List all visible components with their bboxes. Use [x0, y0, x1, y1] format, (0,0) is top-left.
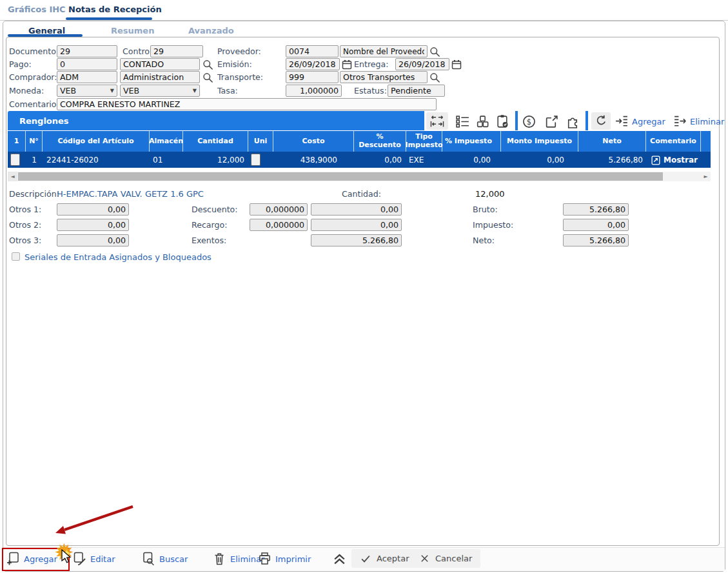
descuento-label: Descuento: — [192, 205, 238, 214]
row-select-checkbox[interactable] — [10, 154, 20, 166]
col-header-comentario[interactable]: Comentario — [646, 131, 701, 152]
packages-icon[interactable] — [475, 114, 490, 129]
col-header-uni[interactable]: Uni — [248, 131, 273, 152]
printer-icon — [258, 552, 271, 566]
cantidad-value: 12,000 — [475, 189, 505, 199]
tab-graficos-ihc[interactable]: Gráficos IHC — [8, 5, 66, 14]
col-header-tipo-impuesto[interactable]: Tipo Impuesto — [406, 131, 442, 152]
puzzle-icon[interactable] — [566, 114, 580, 129]
subtab-resumen[interactable]: Resumen — [111, 26, 154, 35]
collapse-toolbar-button[interactable] — [331, 552, 348, 567]
aceptar-button[interactable]: Aceptar — [351, 549, 417, 568]
documento-input[interactable] — [57, 45, 117, 57]
fit-columns-button[interactable] — [426, 112, 448, 130]
uni-checkbox[interactable] — [251, 154, 261, 166]
cantidad-label: Cantidad: — [342, 189, 381, 199]
transporte-name-input[interactable] — [340, 71, 428, 83]
impuesto-label: Impuesto: — [473, 220, 513, 230]
pago-code-input[interactable] — [57, 58, 117, 70]
comprador-code-input[interactable] — [57, 71, 117, 83]
refresh-button[interactable] — [591, 112, 611, 130]
estatus-input[interactable] — [388, 85, 445, 97]
transporte-search-icon[interactable] — [429, 72, 440, 83]
eliminar-button[interactable]: Eliminar — [213, 550, 264, 567]
comprador-name-input[interactable] — [120, 71, 200, 83]
subtab-avanzado[interactable]: Avanzado — [188, 26, 234, 35]
seriales-checkbox[interactable] — [12, 252, 20, 261]
moneda-name-select[interactable]: VEB ▼ — [120, 85, 200, 97]
table-row[interactable]: 1 22441-26020 01 12,000 438,9000 0,00 EX… — [8, 152, 711, 168]
otros1-label: Otros 1: — [9, 205, 41, 214]
otros2-input[interactable] — [57, 219, 129, 231]
cell-filler — [701, 152, 711, 168]
comentario-input[interactable] — [57, 98, 437, 110]
bruto-input[interactable] — [563, 203, 629, 216]
add-row-icon[interactable] — [615, 114, 629, 129]
proveedor-code-input[interactable] — [286, 45, 339, 57]
comprador-search-icon[interactable] — [202, 72, 213, 83]
col-header-monto-impuesto[interactable]: Monto Impuesto — [501, 131, 578, 152]
col-header-numero[interactable]: N° — [26, 131, 43, 152]
descuento-pct-input[interactable] — [250, 203, 308, 216]
exentos-input[interactable] — [311, 234, 402, 246]
entrega-date-input[interactable] — [395, 58, 449, 70]
scroll-thumb[interactable] — [18, 172, 663, 181]
col-header-neto[interactable]: Neto — [578, 131, 646, 152]
recargo-pct-input[interactable] — [250, 219, 308, 231]
grid-horizontal-scrollbar[interactable]: ◄ ► — [8, 172, 711, 181]
col-header-codigo[interactable]: Código del Artículo — [43, 131, 150, 152]
row-select-checkbox-cell[interactable] — [8, 152, 26, 168]
otros1-input[interactable] — [57, 203, 129, 216]
open-external-icon[interactable] — [544, 114, 559, 129]
neto-input[interactable] — [563, 234, 629, 246]
tasa-input[interactable] — [286, 85, 342, 97]
grid-agregar-label[interactable]: Agregar — [632, 117, 665, 126]
col-header-costo[interactable]: Costo — [273, 131, 354, 152]
proveedor-search-icon[interactable] — [429, 46, 440, 57]
imprimir-button[interactable]: Imprimir — [258, 550, 311, 567]
emision-label: Emisión: — [217, 59, 252, 69]
col-header-pct-impuesto[interactable]: % Impuesto — [442, 131, 501, 152]
exentos-label: Exentos: — [192, 236, 226, 245]
renglones-caption: Renglones — [8, 111, 424, 130]
grid-eliminar-label[interactable]: Eliminar — [690, 117, 724, 126]
buscar-button[interactable]: Buscar — [142, 550, 188, 567]
recargo-monto-input[interactable] — [311, 219, 402, 231]
clipboard-check-icon[interactable] — [495, 114, 510, 129]
otros3-input[interactable] — [57, 234, 129, 246]
col-header-cantidad[interactable]: Cantidad — [183, 131, 248, 152]
pago-search-icon[interactable] — [202, 59, 213, 70]
col-header-descuento[interactable]: % Descuento — [354, 131, 406, 152]
impuesto-input[interactable] — [563, 219, 629, 231]
neto-label: Neto: — [473, 236, 495, 245]
toolbar-separator — [515, 111, 518, 130]
cell-uni[interactable] — [248, 152, 273, 168]
moneda-select[interactable]: VEB ▼ — [57, 85, 117, 97]
click-starburst-inner: ✦ — [62, 548, 72, 559]
search-document-icon — [142, 552, 155, 566]
scroll-left-button[interactable]: ◄ — [8, 172, 17, 181]
control-input[interactable] — [150, 45, 203, 57]
pago-name-input[interactable] — [120, 58, 200, 70]
delete-row-icon[interactable] — [673, 114, 687, 129]
fit-columns-icon — [429, 114, 445, 128]
detail-list-icon[interactable] — [455, 114, 470, 129]
editar-button[interactable]: Editar — [73, 550, 115, 567]
entrega-calendar-icon[interactable] — [451, 59, 462, 70]
mostrar-button[interactable]: Mostrar — [646, 152, 701, 168]
emision-calendar-icon[interactable] — [341, 59, 353, 70]
cancelar-button[interactable]: Cancelar — [411, 549, 480, 568]
transporte-code-input[interactable] — [286, 71, 339, 83]
descuento-monto-input[interactable] — [311, 203, 402, 216]
cell-monto-impuesto: 0,00 — [501, 152, 578, 168]
mostrar-label: Mostrar — [664, 156, 698, 165]
col-header-almacen[interactable]: Almacén — [150, 131, 183, 152]
emision-date-input[interactable] — [286, 58, 340, 70]
transporte-label: Transporte: — [217, 72, 263, 82]
proveedor-name-input[interactable] — [340, 45, 428, 57]
check-icon — [360, 553, 371, 565]
tab-notas-de-recepcion[interactable]: Notas de Recepción — [68, 5, 162, 14]
col-header-select[interactable]: 1 — [8, 131, 26, 152]
scroll-right-button[interactable]: ► — [701, 172, 711, 181]
currency-icon[interactable]: $ — [522, 114, 536, 129]
